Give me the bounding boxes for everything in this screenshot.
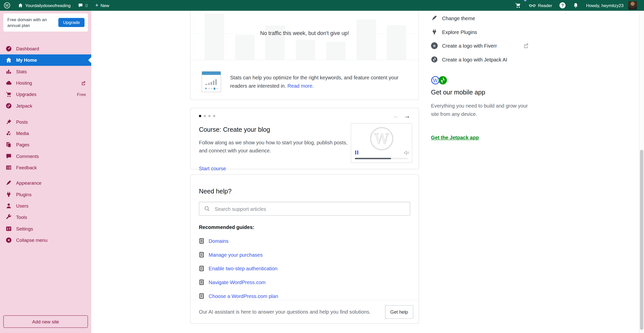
support-search-input[interactable] — [214, 202, 403, 216]
upsell-text: Free domain with an annual plan — [7, 17, 54, 28]
collapse-icon — [5, 237, 12, 244]
sidebar-item-jetpack[interactable]: Jetpack — [0, 100, 91, 111]
ai-assistant-text: Our AI assistant is here to answer your … — [199, 309, 371, 315]
sidebar-item-label: Users — [16, 203, 86, 209]
sidebar-item-label: Appearance — [16, 180, 86, 186]
wrench-icon — [5, 214, 12, 221]
upgrade-button[interactable]: Upgrade — [58, 18, 85, 27]
ghost-bar — [326, 42, 345, 60]
start-course-link[interactable]: Start course — [199, 165, 226, 171]
carousel-dot-1[interactable] — [199, 115, 201, 117]
sidebar-item-upgrades[interactable]: Upgrades Free — [0, 89, 91, 100]
guide-link-purchases[interactable]: Manage your purchases — [199, 252, 410, 258]
comments-menu[interactable]: 0 — [74, 0, 91, 11]
carousel-dot-3[interactable] — [208, 115, 211, 117]
account-menu[interactable]: Howdy, heymitzy23 — [582, 0, 641, 11]
site-menu[interactable]: Yourdailydoseofreading — [14, 0, 74, 11]
comment-icon — [5, 153, 12, 160]
carousel-dot-4[interactable] — [213, 115, 215, 117]
volume-icon[interactable] — [404, 150, 409, 155]
guide-link-domains[interactable]: Domains — [199, 238, 410, 244]
carousel-back-arrow-icon[interactable]: ← — [393, 113, 399, 119]
paintbrush-icon — [431, 15, 438, 22]
admin-bar: W Yourdailydoseofreading 0 + New — [0, 0, 644, 11]
fiverr-logo-link[interactable]: fi Create a logo with Fiverr — [431, 42, 542, 50]
course-video-player[interactable]: W — [351, 123, 412, 163]
collapse-menu-button[interactable]: Collapse menu — [0, 235, 91, 246]
sidebar-item-label: Collapse menu — [16, 238, 86, 243]
sidebar-item-dashboard[interactable]: Dashboard — [0, 43, 91, 54]
sidebar-item-label: Upgrades — [16, 92, 77, 97]
cloud-icon — [5, 80, 12, 86]
guide-link-navigate[interactable]: Navigate WordPress.com — [199, 279, 410, 285]
sidebar-item-appearance[interactable]: Appearance — [0, 177, 91, 189]
search-icon — [204, 206, 210, 212]
document-icon — [199, 265, 204, 271]
sidebar-item-label: Plugins — [16, 192, 86, 197]
help-button[interactable]: ? — [556, 0, 569, 11]
carousel-dot-2[interactable] — [204, 115, 206, 117]
course-description: Follow along as we show you how to start… — [199, 139, 351, 155]
sidebar-item-label: Settings — [16, 226, 86, 231]
guide-label[interactable]: Navigate WordPress.com — [209, 279, 265, 285]
wordpress-logo-icon: W — [4, 2, 11, 9]
plug-icon — [431, 28, 438, 35]
guide-link-plan[interactable]: Choose a WordPress.com plan — [199, 293, 410, 299]
ghost-bar — [205, 13, 224, 60]
guide-label[interactable]: Domains — [209, 238, 228, 244]
read-more-link[interactable]: Read more. — [288, 83, 314, 89]
admin-sidebar: Free domain with an annual plan Upgrade … — [0, 11, 91, 333]
feedback-form-icon — [5, 164, 12, 171]
jetpack-icon — [5, 103, 12, 109]
help-title: Need help? — [199, 180, 410, 195]
sidebar-item-feedback[interactable]: Feedback — [0, 162, 91, 173]
howdy-label: Howdy, heymitzy23 — [586, 3, 624, 8]
paintbrush-icon — [5, 180, 12, 186]
scrollbar-thumb[interactable] — [640, 150, 643, 330]
page-scrollbar[interactable] — [639, 11, 644, 333]
sidebar-item-hosting[interactable]: Hosting — [0, 77, 91, 89]
user-icon — [5, 203, 12, 209]
sidebar-item-media[interactable]: Media — [0, 128, 91, 139]
guide-label[interactable]: Choose a WordPress.com plan — [209, 293, 278, 299]
guide-link-two-step[interactable]: Enable two-step authentication — [199, 265, 410, 271]
change-theme-link[interactable]: Change theme — [431, 14, 542, 22]
help-card-footer: Our AI assistant is here to answer your … — [190, 300, 419, 323]
guide-label[interactable]: Manage your purchases — [209, 252, 263, 258]
get-jetpack-app-link[interactable]: Get the Jetpack app — [431, 135, 479, 140]
notifications-button[interactable] — [569, 0, 582, 11]
sidebar-item-label: My Home — [16, 57, 86, 63]
settings-sliders-icon — [5, 225, 12, 232]
sidebar-item-posts[interactable]: Posts — [0, 116, 91, 127]
reader-label: Reader — [538, 3, 552, 8]
sidebar-item-users[interactable]: Users — [0, 200, 91, 212]
sidebar-item-stats[interactable]: Stats — [0, 66, 91, 77]
new-content-menu[interactable]: + New — [92, 0, 113, 11]
reader-button[interactable]: Reader — [525, 0, 556, 11]
wordpress-logo-menu[interactable]: W — [0, 0, 14, 11]
get-help-button[interactable]: Get help — [385, 305, 413, 318]
help-card: Need help? Recommended guides: Domains M… — [190, 174, 419, 324]
media-icon — [5, 130, 12, 137]
support-search — [199, 202, 410, 216]
video-progress-fill — [355, 158, 391, 159]
guide-label[interactable]: Enable two-step authentication — [209, 265, 277, 271]
video-progress-bar[interactable] — [355, 158, 408, 159]
jetpack-ai-logo-link[interactable]: Create a logo with Jetpack AI — [431, 55, 542, 63]
pause-button[interactable] — [355, 150, 358, 154]
sidebar-item-tools[interactable]: Tools — [0, 212, 91, 223]
wordpress-admin-my-home: W Yourdailydoseofreading 0 + New — [0, 0, 644, 333]
cart-button[interactable] — [511, 0, 525, 11]
sidebar-item-my-home[interactable]: My Home — [0, 54, 91, 66]
help-icon: ? — [559, 2, 566, 8]
sidebar-item-plugins[interactable]: Plugins — [0, 189, 91, 200]
plug-icon — [5, 191, 12, 198]
svg-text:W: W — [374, 131, 389, 147]
add-new-site-button[interactable]: Add new site — [3, 315, 88, 328]
explore-plugins-link[interactable]: Explore Plugins — [431, 28, 542, 36]
sidebar-item-pages[interactable]: Pages — [0, 139, 91, 150]
ghost-bar — [235, 35, 254, 60]
sidebar-item-settings[interactable]: Settings — [0, 223, 91, 234]
carousel-forward-arrow-icon[interactable]: → — [404, 113, 410, 119]
sidebar-item-comments[interactable]: Comments — [0, 150, 91, 162]
